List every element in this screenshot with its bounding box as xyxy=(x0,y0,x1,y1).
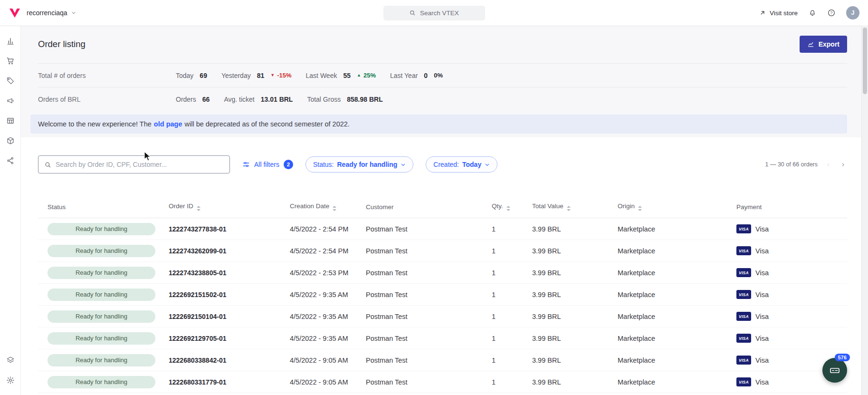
table-row[interactable]: Ready for handling 1222743238805-01 4/5/… xyxy=(38,262,847,284)
quantity: 1 xyxy=(492,291,496,299)
sidebar-item-integrations[interactable] xyxy=(1,151,20,171)
sidebar-item-apps[interactable] xyxy=(1,350,20,370)
order-id-link[interactable]: 1222680338842-01 xyxy=(169,356,226,364)
pagination-text: 1 — 30 of 66 orders xyxy=(765,161,818,168)
sidebar-item-promotions[interactable] xyxy=(1,71,20,91)
bell-icon xyxy=(808,9,817,17)
export-button[interactable]: Export xyxy=(800,36,847,53)
table-row[interactable]: Ready for handling 1222743262099-01 4/5/… xyxy=(38,240,847,262)
help-button[interactable]: ? xyxy=(827,9,836,17)
table-row[interactable]: Ready for handling 1222680331779-01 4/5/… xyxy=(38,371,847,393)
order-id-link[interactable]: 1222692129705-01 xyxy=(169,335,226,342)
status-badge: Ready for handling xyxy=(48,223,155,235)
column-header-status: Status xyxy=(38,197,159,218)
column-header-qty[interactable]: Qty. xyxy=(477,197,523,218)
prev-page-button[interactable] xyxy=(824,159,832,170)
all-filters-button[interactable]: All filters 2 xyxy=(242,160,293,169)
creation-date: 4/5/2022 - 9:35 AM xyxy=(290,313,348,320)
stats-row-label: Orders of BRL xyxy=(38,96,176,103)
total-value: 3.99 BRL xyxy=(532,247,561,255)
sidebar-item-marketing[interactable] xyxy=(1,91,20,111)
quantity: 1 xyxy=(492,378,496,386)
bar-chart-icon xyxy=(6,37,15,45)
customer-name: Postman Test xyxy=(366,313,408,320)
quantity: 1 xyxy=(492,356,496,364)
table-row[interactable]: Ready for handling 1222680338842-01 4/5/… xyxy=(38,349,847,371)
order-id-link[interactable]: 1222692151502-01 xyxy=(169,291,226,299)
orders-table-body: Ready for handling 1222743277838-01 4/5/… xyxy=(38,218,847,393)
sidebar-item-orders[interactable] xyxy=(1,51,20,71)
customer-name: Postman Test xyxy=(366,247,408,255)
column-header-order-id[interactable]: Order ID xyxy=(159,197,280,218)
stat-orders-count: Orders 66 xyxy=(176,96,210,103)
stat-yesterday: Yesterday 81 ▼-15% xyxy=(221,72,292,79)
table-row[interactable]: Ready for handling 1222692151502-01 4/5/… xyxy=(38,284,847,306)
column-header-customer: Customer xyxy=(356,197,477,218)
creation-date: 4/5/2022 - 9:35 AM xyxy=(290,335,348,342)
filters-count-badge: 2 xyxy=(284,160,293,169)
avatar[interactable]: J xyxy=(846,6,859,19)
table-row[interactable]: Ready for handling 1222743277838-01 4/5/… xyxy=(38,218,847,240)
notifications-button[interactable] xyxy=(808,9,817,17)
table-row[interactable]: Ready for handling 1222692150104-01 4/5/… xyxy=(38,306,847,328)
table-icon xyxy=(6,116,15,125)
order-id-link[interactable]: 1222743277838-01 xyxy=(169,225,226,233)
quantity: 1 xyxy=(492,269,496,277)
customer-name: Postman Test xyxy=(366,335,408,342)
vtex-logo xyxy=(9,7,21,19)
feedback-widget-button[interactable] xyxy=(822,358,847,383)
sidebar-item-settings[interactable] xyxy=(1,370,20,390)
visit-store-button[interactable]: Visit store xyxy=(759,10,798,17)
search-icon xyxy=(44,161,51,168)
visa-icon: VISA xyxy=(736,356,751,365)
scrollbar-thumb[interactable] xyxy=(863,28,867,94)
origin: Marketplace xyxy=(618,378,655,386)
column-header-creation-date[interactable]: Creation Date xyxy=(280,197,356,218)
payment-method: Visa xyxy=(755,247,769,255)
next-page-button[interactable] xyxy=(839,159,847,170)
visa-icon: VISA xyxy=(736,377,751,386)
sort-icon xyxy=(506,206,510,211)
page-scrollbar[interactable] xyxy=(861,27,868,395)
visa-icon: VISA xyxy=(736,224,751,233)
origin: Marketplace xyxy=(618,225,655,233)
column-header-origin[interactable]: Origin xyxy=(608,197,727,218)
quantity: 1 xyxy=(492,225,496,233)
old-page-link[interactable]: old page xyxy=(154,120,182,128)
account-name: recorrenciaqa xyxy=(27,9,67,17)
creation-date: 4/5/2022 - 2:54 PM xyxy=(290,247,348,255)
order-id-link[interactable]: 1222680331779-01 xyxy=(169,378,226,386)
feedback-widget: 576 xyxy=(822,358,847,383)
global-search[interactable]: Search VTEX xyxy=(383,6,485,20)
account-switcher[interactable]: recorrenciaqa xyxy=(27,9,76,17)
column-header-total-value[interactable]: Total Value xyxy=(523,197,608,218)
order-id-link[interactable]: 1222692150104-01 xyxy=(169,313,226,320)
order-search-input[interactable] xyxy=(56,161,224,168)
payment-method: Visa xyxy=(755,335,769,342)
sidebar-item-shipping[interactable] xyxy=(1,131,20,151)
svg-text:?: ? xyxy=(830,11,833,15)
order-id-link[interactable]: 1222743238805-01 xyxy=(169,269,226,277)
total-value: 3.99 BRL xyxy=(532,313,561,320)
visa-icon: VISA xyxy=(736,246,751,255)
sidebar xyxy=(0,26,21,395)
sidebar-item-analytics[interactable] xyxy=(1,31,20,51)
payment-method: Visa xyxy=(755,291,769,299)
visa-icon: VISA xyxy=(736,290,751,299)
page-title: Order listing xyxy=(38,39,86,49)
filter-chip-created[interactable]: Created: Today xyxy=(426,156,497,173)
table-row[interactable]: Ready for handling 1222692129705-01 4/5/… xyxy=(38,328,847,349)
order-id-link[interactable]: 1222743262099-01 xyxy=(169,247,226,255)
stats-row-orders: Total # of orders Today 69 Yesterday 81 … xyxy=(38,63,847,87)
payment-method: Visa xyxy=(755,378,769,386)
customer-name: Postman Test xyxy=(366,225,408,233)
filter-chip-status[interactable]: Status: Ready for handling xyxy=(305,156,413,173)
payment-method: Visa xyxy=(755,225,769,233)
origin: Marketplace xyxy=(618,335,655,342)
sidebar-item-catalog[interactable] xyxy=(1,111,20,131)
quantity: 1 xyxy=(492,313,496,320)
megaphone-icon xyxy=(6,96,15,105)
visa-icon: VISA xyxy=(736,268,751,277)
customer-name: Postman Test xyxy=(366,378,408,386)
customer-name: Postman Test xyxy=(366,291,408,299)
